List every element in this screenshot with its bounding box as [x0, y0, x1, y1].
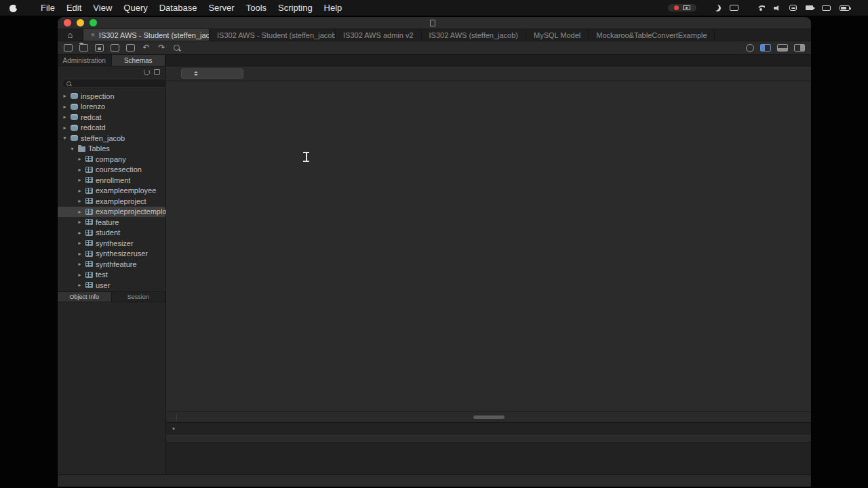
display-icon[interactable] [730, 5, 738, 11]
tree-item[interactable]: ▾ Tables [58, 144, 165, 155]
menu-item[interactable]: Help [324, 3, 342, 13]
disclosure-arrow-icon[interactable]: ▸ [62, 93, 68, 99]
menu-item[interactable]: Database [159, 3, 197, 13]
sidebar-tab[interactable]: Schemas [112, 55, 166, 66]
toggle-left-panel-icon[interactable] [760, 44, 771, 52]
home-tab[interactable]: ⌂ [58, 29, 83, 41]
disclosure-arrow-icon[interactable]: ▸ [77, 219, 83, 225]
tree-item[interactable]: ▸ inspection [58, 91, 165, 102]
sidebar-tab[interactable]: Administration [58, 55, 112, 66]
tree-item-icon [71, 104, 78, 110]
disclosure-arrow-icon[interactable]: ▸ [77, 167, 83, 173]
tree-item[interactable]: ▸ exampleproject [58, 196, 165, 207]
disclosure-arrow-icon[interactable]: ▾ [69, 146, 75, 152]
disclosure-arrow-icon[interactable]: ▸ [77, 198, 83, 204]
disclosure-arrow-icon[interactable]: ▸ [77, 240, 83, 246]
schema-filter-box[interactable] [62, 79, 168, 88]
toggle-right-panel-icon[interactable] [794, 44, 805, 52]
disclosure-arrow-icon[interactable]: ▸ [77, 156, 83, 162]
schema-options-icon[interactable] [154, 69, 160, 75]
connection-tab[interactable]: IS302 AWS admin v2 [336, 29, 422, 41]
connection-tab[interactable]: IS302 AWS - Student (steffen_jacob) [210, 29, 336, 41]
menu-item[interactable]: View [93, 3, 112, 13]
new-document-icon[interactable] [64, 44, 73, 52]
tree-item[interactable]: ▸ redcatd [58, 123, 165, 134]
tree-item[interactable]: ▸ user [58, 280, 165, 291]
disclosure-arrow-icon[interactable]: ▸ [77, 261, 83, 267]
tree-item[interactable]: ▸ enrollment [58, 175, 165, 186]
tree-item[interactable]: ▸ exampleemployee [58, 186, 165, 197]
toggle-bottom-panel-icon[interactable] [777, 44, 788, 52]
disclosure-arrow-icon[interactable]: ▸ [62, 114, 68, 120]
tree-item[interactable]: ▸ company [58, 154, 165, 165]
battery-icon[interactable] [840, 5, 850, 11]
disclosure-arrow-icon[interactable]: ▸ [77, 251, 83, 257]
disclosure-arrow-icon[interactable]: ▸ [77, 272, 83, 278]
refresh-schemas-icon[interactable] [144, 69, 150, 75]
keyboard-icon[interactable] [822, 5, 831, 11]
video-camera-icon[interactable] [806, 5, 813, 10]
tree-item-label: lorenzo [81, 102, 105, 110]
user-account-icon[interactable] [746, 44, 754, 52]
connection-tab[interactable]: Mockaroo&TableConvertExample [589, 29, 715, 41]
object-info-tab[interactable]: Object Info [58, 292, 112, 302]
print-icon[interactable] [126, 44, 135, 52]
apple-menu-icon[interactable] [9, 3, 18, 12]
redo-icon[interactable] [157, 44, 166, 52]
open-document-icon[interactable] [79, 44, 88, 52]
export-model-icon[interactable] [111, 44, 119, 52]
tree-item[interactable]: ▸ redcat [58, 112, 165, 123]
action-output-header[interactable]: ▾ [166, 423, 811, 434]
connection-tab[interactable]: IS302 AWS (steffen_jacob) [422, 29, 526, 41]
control-center-icon[interactable] [789, 5, 797, 11]
search-icon[interactable] [173, 44, 182, 52]
menu-item[interactable]: Edit [66, 3, 81, 13]
disclosure-arrow-icon[interactable]: ▸ [77, 230, 83, 236]
connection-tab[interactable]: IS302 AWS - Student (steffen_jacob) [83, 29, 210, 41]
sql-code-editor[interactable] [166, 81, 811, 411]
tree-item[interactable]: ▾ steffen_jacob [58, 133, 165, 144]
tree-item-label: inspection [81, 92, 115, 100]
menu-item[interactable]: Query [123, 3, 147, 13]
disclosure-arrow-icon[interactable]: ▾ [62, 135, 68, 141]
focus-moon-icon[interactable] [714, 5, 721, 12]
connection-tab[interactable]: MySQL Model [526, 29, 589, 41]
tree-item[interactable]: ▸ feature [58, 217, 165, 228]
volume-icon[interactable] [774, 5, 781, 11]
disclosure-arrow-icon[interactable]: ▸ [77, 188, 83, 194]
menu-item[interactable]: Scripting [278, 3, 313, 13]
tree-item[interactable]: ▸ student [58, 228, 165, 239]
tree-item[interactable]: ▸ coursesection [58, 165, 165, 176]
maximize-window-button[interactable] [90, 19, 97, 26]
close-window-button[interactable] [64, 19, 71, 26]
save-model-icon[interactable] [95, 44, 104, 52]
tree-item[interactable]: ▸ synthesizeruser [58, 249, 165, 260]
chevron-down-icon[interactable]: ▾ [172, 426, 175, 432]
tree-item[interactable]: ▸ exampleprojectemployee [58, 207, 165, 218]
disclosure-arrow-icon[interactable]: ▸ [62, 104, 68, 110]
tree-item[interactable]: ▸ synthesizer [58, 238, 165, 249]
tab-overflow-chevron[interactable] [800, 55, 811, 66]
limit-rows-select[interactable] [181, 68, 243, 79]
tree-item-icon [85, 261, 93, 267]
disclosure-arrow-icon[interactable]: ▸ [77, 282, 83, 288]
horizontal-scrollbar[interactable] [473, 415, 505, 419]
menu-item[interactable]: Server [208, 3, 234, 13]
tree-item-icon [85, 219, 93, 225]
tree-item[interactable]: ▸ synthfeature [58, 259, 165, 270]
object-info-tab[interactable]: Session [112, 292, 166, 302]
tree-item[interactable]: ▸ test [58, 270, 165, 281]
menu-item[interactable]: File [41, 3, 55, 13]
screen-recording-indicator[interactable] [668, 4, 696, 12]
disclosure-arrow-icon[interactable]: ▸ [77, 177, 83, 183]
disclosure-arrow-icon[interactable]: ▸ [77, 209, 83, 215]
wifi-icon[interactable] [756, 5, 765, 12]
tree-item[interactable]: ▸ lorenzo [58, 102, 165, 113]
minimize-window-button[interactable] [77, 19, 84, 26]
window-titlebar[interactable] [58, 17, 811, 29]
tree-item-label: enrollment [96, 176, 130, 184]
menu-item[interactable]: Tools [246, 3, 267, 13]
schema-filter-input[interactable] [74, 80, 163, 87]
undo-icon[interactable] [142, 44, 151, 52]
disclosure-arrow-icon[interactable]: ▸ [62, 125, 68, 131]
